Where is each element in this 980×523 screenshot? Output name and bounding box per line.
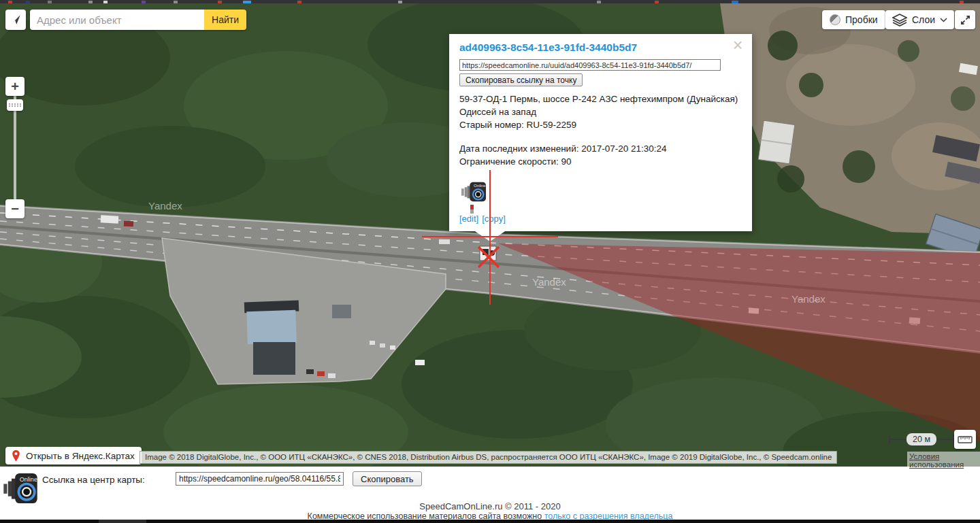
terms-of-use-link[interactable]: Условия использования [907, 452, 980, 469]
bookmark-icon [398, 1, 402, 3]
camera-info-popup: ad409963-8c54-11e3-91fd-3440b5d7 × Скопи… [449, 34, 752, 231]
center-link-label: Ссылка на центр карты: [42, 475, 145, 485]
camera-old-number: Старый номер: RU-59-2259 [459, 120, 576, 130]
find-button[interactable]: Найти [204, 10, 246, 30]
zoom-in-button[interactable]: + [5, 77, 24, 96]
vehicle [415, 360, 425, 365]
speed-limit: Ограничение скорости: 90 [459, 156, 572, 167]
footer-copyright: SpeedCamOnLine.ru © 2011 - 2020 [0, 501, 980, 511]
geolocation-arrow-icon [9, 13, 22, 27]
zoom-slider-handle[interactable] [7, 99, 23, 111]
vehicle [124, 221, 133, 227]
zoom-out-button[interactable]: − [5, 199, 24, 218]
copy-point-link-button[interactable]: Скопировать ссылку на точку [459, 73, 583, 86]
bookmark-icon [48, 1, 52, 3]
bookmark-icon [142, 1, 146, 3]
geolocation-button[interactable] [5, 10, 26, 30]
vehicle [317, 371, 325, 376]
bookmark-icon [597, 1, 601, 3]
open-in-yandex-label: Открыть в Яндекс.Картах [26, 451, 135, 461]
bookmark-icon [218, 1, 222, 3]
popup-links: [edit][copy] [459, 214, 509, 224]
drag-dots-icon [9, 103, 22, 107]
bookmark-icon [88, 1, 93, 3]
bottom-black-bar [0, 520, 980, 523]
vehicle [328, 373, 336, 378]
popup-tail [475, 231, 505, 241]
fullscreen-icon [960, 14, 971, 26]
map-scale: 20 м [889, 433, 954, 446]
search-input[interactable] [30, 10, 204, 30]
bookmark-icon [243, 1, 251, 3]
close-icon[interactable]: × [730, 38, 745, 53]
vehicle [101, 215, 119, 223]
search-bar: Найти [30, 10, 246, 30]
map-center-url-input[interactable] [176, 472, 344, 486]
point-url-input[interactable] [459, 59, 721, 71]
vehicle [306, 369, 314, 374]
traffic-button-label: Пробки [845, 14, 878, 25]
camera-map-marker[interactable] [480, 246, 496, 260]
layers-button[interactable]: Слои [885, 10, 954, 29]
copy-link[interactable]: [copy] [482, 214, 506, 224]
speedcam-camera-icon: Online [461, 179, 487, 205]
bookmark-icon [174, 1, 178, 3]
bookmark-icon [8, 1, 12, 3]
yandex-watermark: Yandex [791, 293, 826, 305]
bookmark-icon [960, 1, 964, 3]
map-pin-icon [11, 449, 21, 462]
zoom-slider-track[interactable] [14, 95, 16, 203]
bookmark-icon [103, 1, 108, 3]
camera-pole-marker [470, 205, 474, 214]
edit-link[interactable]: [edit] [459, 214, 478, 224]
bottom-panel: Online Ссылка на центр карты: Скопироват… [0, 467, 980, 520]
popup-title: ad409963-8c54-11e3-91fd-3440b5d7 [459, 41, 637, 54]
open-in-yandex-maps-button[interactable]: Открыть в Яндекс.Картах [5, 447, 142, 465]
yandex-watermark: Yandex [148, 200, 182, 212]
camera-description: 59-37-ОД-1 Пермь, шоссе Р-242 АЗС нефтех… [459, 94, 738, 104]
scale-label: 20 м [906, 433, 936, 445]
ruler-icon [958, 435, 973, 444]
bookmark-icon [297, 1, 301, 3]
roadside-sign [439, 239, 450, 244]
building-white-roof [758, 120, 795, 164]
layers-icon [892, 14, 907, 27]
svg-text:Online: Online [474, 183, 486, 188]
traffic-light-icon [830, 14, 840, 25]
bookmark-icon [655, 1, 659, 3]
layers-button-label: Слои [912, 14, 935, 25]
traffic-button[interactable]: Пробки [822, 10, 885, 29]
map-attribution: Image © 2018 DigitalGlobe, Inc., © ООО И… [140, 451, 837, 464]
bookmark-icon [26, 1, 30, 3]
fullscreen-button[interactable] [955, 10, 975, 29]
camera-direction: Одиссей на запад [459, 107, 536, 117]
copy-center-link-button[interactable]: Скопировать [353, 471, 422, 486]
last-modified: Дата последних изменений: 2017-07-20 21:… [459, 144, 667, 154]
browser-bookmarks-bar[interactable] [0, 0, 980, 3]
bookmark-icon [732, 1, 738, 3]
ruler-button[interactable] [954, 430, 976, 449]
chevron-down-icon [940, 18, 947, 22]
svg-text:Online: Online [20, 476, 37, 483]
yandex-watermark: Yandex [532, 276, 566, 288]
